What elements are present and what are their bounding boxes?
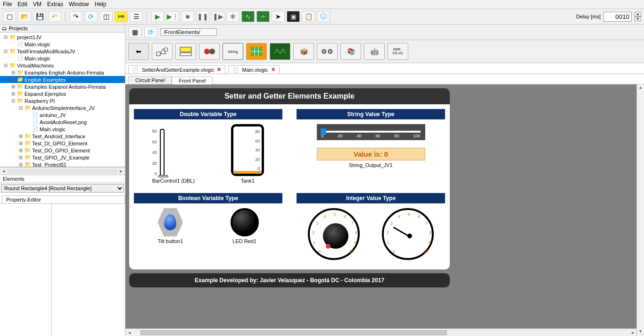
tree-twist-icon[interactable]: ⊟: [3, 63, 8, 68]
tab-circuit-panel[interactable]: Circuit Panel: [128, 76, 172, 84]
tree-twist-icon[interactable]: ⊞: [18, 162, 24, 167]
tree-twist-icon[interactable]: ⊟: [10, 98, 16, 103]
tree-item[interactable]: 📄Main.vlogic: [0, 126, 125, 133]
bar-control[interactable]: [160, 129, 165, 176]
save-icon[interactable]: 💾: [33, 11, 46, 22]
design-canvas[interactable]: Setter and Getter Elements Example Doubl…: [129, 88, 450, 287]
step-icon[interactable]: ❚▶: [211, 11, 224, 22]
tree-item[interactable]: ⊞📁Test_Android_Interface: [0, 133, 125, 140]
palette-shapes-icon[interactable]: [152, 43, 173, 60]
window-icon[interactable]: ◫: [99, 11, 113, 22]
tree-item[interactable]: ⊞📁Examples English Arduino-Firmata: [0, 69, 125, 76]
menu-edit[interactable]: Edit: [17, 1, 27, 8]
play-step-icon[interactable]: ▶⋮: [166, 11, 179, 22]
delay-down-icon[interactable]: ▼: [635, 17, 641, 21]
tree-item[interactable]: ⊞📁Espanol Ejemplos: [0, 90, 125, 97]
menu-help[interactable]: Help: [95, 1, 107, 8]
tree-twist-icon[interactable]: ⊞: [18, 155, 24, 160]
signal2-icon[interactable]: ⩪: [256, 11, 270, 22]
doc-icon[interactable]: 📋: [302, 11, 315, 22]
refresh-icon[interactable]: ⟳: [84, 11, 98, 22]
close-tab-icon[interactable]: ✕: [271, 67, 275, 73]
open-icon[interactable]: 📂: [18, 11, 31, 22]
tab-front-panel[interactable]: Front Panel: [172, 76, 213, 84]
panel-footer: Example Developed by: Javier Velasquez -…: [129, 273, 450, 287]
close-tab-icon[interactable]: ✕: [217, 67, 221, 73]
delay-up-icon[interactable]: ▲: [635, 12, 641, 17]
list-icon[interactable]: ☰: [130, 11, 143, 22]
palette-box-icon[interactable]: 📦: [293, 43, 314, 60]
tree-item[interactable]: ⊞📁English Examples: [0, 76, 125, 83]
delay-input[interactable]: [603, 12, 632, 22]
tree-twist-icon[interactable]: ⊞: [10, 91, 16, 96]
palette-gears-icon[interactable]: ⚙⚙: [317, 43, 338, 60]
tree-item[interactable]: ⊞📁Examples Espanol Arduino-Firmata: [0, 83, 125, 90]
tree-item[interactable]: 📄Main.vlogic: [0, 41, 125, 48]
palette-led-icon[interactable]: [199, 43, 220, 60]
tilt-button[interactable]: [157, 208, 183, 236]
info-icon[interactable]: ⓘ: [317, 11, 330, 22]
tree-twist-icon[interactable]: ⊟: [18, 105, 24, 110]
var-icon[interactable]: i=0: [115, 11, 128, 22]
tree-item[interactable]: ⊟📁ArduinoSimpleInterface_JV: [0, 104, 125, 111]
tree-item-label: VirtualMachines: [17, 63, 54, 68]
menu-vm[interactable]: VM: [33, 1, 41, 8]
tree-twist-icon[interactable]: ⊞: [10, 70, 16, 75]
debug-icon[interactable]: ✱: [226, 11, 239, 22]
signal1-icon[interactable]: ∿: [241, 11, 255, 22]
pause-icon[interactable]: ❚❚: [196, 11, 209, 22]
dial-knob[interactable]: 012345678910: [308, 208, 360, 260]
palette-jmr-icon[interactable]: JMR FE-01: [388, 43, 408, 60]
file-tab-main[interactable]: 📄 Main.vlogic ✕: [228, 65, 279, 74]
grid-icon[interactable]: ▦: [128, 26, 141, 38]
tree-twist-icon[interactable]: ⊞: [18, 134, 24, 139]
menu-window[interactable]: Window: [69, 1, 89, 8]
palette-table-icon[interactable]: [246, 43, 267, 60]
menu-extras[interactable]: Extras: [47, 1, 63, 8]
tree-item-label: AvoidAutoReset.png: [40, 119, 87, 125]
menu-file[interactable]: File: [3, 1, 12, 8]
tree-twist-icon[interactable]: ⊞: [10, 84, 16, 89]
property-editor-tab[interactable]: Property-Editor: [2, 195, 125, 203]
tree-item[interactable]: ⊟📁Raspberry PI: [0, 97, 125, 104]
tree-item[interactable]: ⊞📁Test_DI_GPIO_Element: [0, 140, 125, 147]
tree-item[interactable]: ⊟📁project1JV: [0, 34, 125, 41]
console-icon[interactable]: ▣: [287, 11, 300, 22]
tree-twist-icon[interactable]: ⊟: [3, 34, 8, 40]
canvas-vscroll[interactable]: ▴▾: [636, 84, 644, 336]
target-icon[interactable]: ➤: [272, 11, 285, 22]
palette-meter-icon[interactable]: [175, 43, 196, 60]
tree-hscroll[interactable]: ◂▸: [0, 167, 125, 175]
slider-widget[interactable]: 0 20 40 60 80 100: [317, 124, 425, 140]
palette-string-icon[interactable]: String: [223, 43, 243, 60]
tree-item[interactable]: ⊞📁Test_DO_GPIO_Element: [0, 147, 125, 154]
tree-twist-icon[interactable]: ⊟: [3, 49, 8, 54]
play-icon[interactable]: ▶: [151, 11, 164, 22]
stop-icon[interactable]: ■: [181, 11, 194, 22]
new-icon[interactable]: ▢: [3, 11, 16, 22]
palette-scope-icon[interactable]: [270, 43, 290, 60]
reload-icon[interactable]: ⟳: [144, 26, 157, 38]
project-tree[interactable]: ⊟📁project1JV📄Main.vlogic⊟📁TestFirmataMod…: [0, 33, 125, 167]
tree-item[interactable]: 📄AvoidAutoReset.png: [0, 118, 125, 126]
undo-icon[interactable]: ↶: [48, 11, 61, 22]
tree-item[interactable]: ⊞📁Test_Project01: [0, 161, 125, 167]
tree-item[interactable]: 📄arduino_JV: [0, 111, 125, 118]
tank-widget[interactable]: 80 60 40 20 0: [231, 124, 264, 176]
file-tab-setter[interactable]: 📄 SetterAndGetterExample.vlogic ✕: [128, 65, 225, 74]
palette-back-icon[interactable]: ⬅: [128, 43, 149, 60]
palette-robot-icon[interactable]: 🤖: [364, 43, 385, 60]
svg-point-2: [164, 48, 168, 51]
tree-item[interactable]: ⊟📁VirtualMachines: [0, 62, 125, 69]
canvas-hscroll[interactable]: ◂▸: [125, 328, 636, 336]
tick-label: 0: [152, 171, 157, 176]
tree-item[interactable]: ⊞📁Test_GPIO_JV_Example: [0, 154, 125, 161]
tree-twist-icon[interactable]: ⊞: [18, 141, 24, 146]
tree-twist-icon[interactable]: ⊞: [10, 77, 16, 82]
tree-twist-icon[interactable]: ⊞: [18, 148, 24, 153]
palette-books-icon[interactable]: 📚: [340, 43, 361, 60]
elements-select[interactable]: Round Rectangle4 [Round Rectangle]: [1, 184, 124, 193]
redo-icon[interactable]: ↷: [69, 11, 83, 22]
tree-item[interactable]: 📄Main.vlogic: [0, 55, 125, 62]
tree-item[interactable]: ⊟📁TestFirmataModificadaJV: [0, 48, 125, 55]
